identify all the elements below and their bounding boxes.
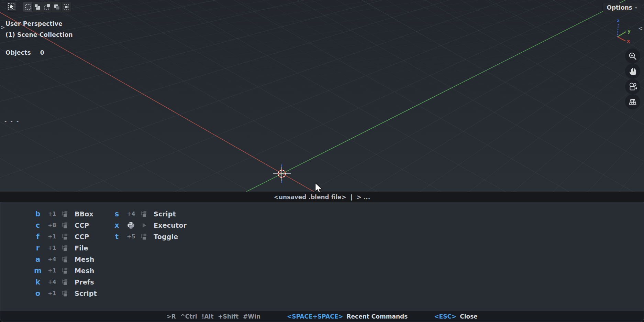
sidebar-toggle-chevron-icon[interactable]: < [638, 26, 643, 31]
command-row[interactable]: m+1Mesh [31, 265, 97, 276]
select-mode-intersect-button[interactable] [62, 2, 71, 12]
camera-icon [628, 82, 637, 92]
close-key: <ESC> [434, 313, 456, 320]
modifier-hints: >R ^Ctrl !Alt +Shift #Win [166, 313, 260, 320]
command-column: s+4ScriptxExecutort+5Toggle [110, 208, 187, 242]
command-row[interactable]: t+5Toggle [110, 231, 187, 242]
recent-commands-label: Recent Commands [347, 313, 408, 320]
pan-button[interactable] [625, 64, 640, 79]
command-count: +1 [48, 245, 62, 251]
select-invert-icon [53, 3, 60, 11]
mouse-cursor [315, 183, 322, 192]
command-count: +1 [48, 267, 62, 274]
command-row[interactable]: xExecutor [110, 219, 187, 231]
collection-icon-slot [62, 211, 70, 217]
grid-perspective-icon [628, 97, 637, 107]
command-row[interactable]: f+1CCP [31, 231, 97, 242]
command-row[interactable]: s+4Script [110, 208, 187, 219]
command-label: File [75, 244, 88, 252]
command-label: CCP [75, 222, 89, 229]
collection-icon [141, 211, 147, 217]
3d-viewport[interactable]: User Perspective (1) Scene Collection Ob… [0, 0, 644, 192]
select-mode-group [23, 2, 71, 12]
blender-window: User Perspective (1) Scene Collection Ob… [0, 0, 644, 322]
command-count: +1 [48, 233, 62, 240]
command-label: Toggle [154, 233, 178, 240]
command-key: a [31, 255, 45, 264]
command-row[interactable]: o+1Script [31, 288, 97, 299]
camera-view-button[interactable] [625, 79, 640, 94]
collection-icon [62, 222, 68, 229]
gizmo-y-label: y [628, 28, 631, 34]
collection-icon-slot [141, 233, 149, 240]
command-label: BBox [75, 210, 93, 218]
command-row[interactable]: b+1BBox [31, 208, 97, 219]
command-column: b+1BBoxc+8CCPf+1CCPr+1Filea+4Meshm+1Mesh… [31, 208, 97, 299]
hand-icon [628, 67, 637, 76]
python-icon [127, 221, 135, 229]
tweak-tool-button[interactable] [7, 1, 17, 12]
python-badge [127, 221, 141, 229]
3d-cursor-icon [273, 164, 291, 183]
command-key: x [110, 221, 124, 229]
select-intersect-icon [63, 3, 70, 11]
collection-icon [62, 279, 68, 286]
command-label: Script [75, 290, 97, 297]
viewport-grid [0, 0, 644, 192]
command-row[interactable]: r+1File [31, 242, 97, 254]
select-mode-extend-button[interactable] [33, 2, 42, 12]
toolbar-toggle-chevron-icon[interactable]: > [0, 25, 5, 30]
collection-icon [62, 233, 68, 240]
command-count: +4 [48, 256, 62, 262]
command-label: Mesh [75, 256, 94, 263]
command-count: +4 [127, 211, 141, 217]
command-count: +1 [48, 211, 62, 217]
chevron-down-icon: ▾ [635, 6, 637, 10]
select-mode-set-button[interactable] [23, 2, 33, 12]
recent-commands-key: <SPACE+SPACE> [287, 313, 343, 320]
command-palette-panel: b+1BBoxc+8CCPf+1CCPr+1Filea+4Meshm+1Mesh… [0, 202, 644, 311]
command-key: m [31, 267, 45, 275]
command-count: +5 [127, 233, 141, 240]
command-key: t [110, 233, 124, 241]
command-key: k [31, 278, 45, 286]
command-key: b [31, 210, 45, 218]
zoom-button[interactable] [625, 49, 640, 64]
options-dropdown-button[interactable]: Options ▾ [602, 3, 641, 12]
gizmo-x-label: x [627, 38, 630, 44]
objects-label: Objects [5, 49, 31, 56]
file-context-text: <unsaved .blend file> | > ... [274, 194, 370, 201]
options-label: Options [607, 4, 632, 11]
objects-count: 0 [40, 49, 44, 56]
command-row[interactable]: k+4Prefs [31, 276, 97, 288]
collection-icon [141, 233, 147, 240]
axis-y-line [246, 0, 625, 192]
collection-icon-slot [62, 233, 70, 240]
command-key: f [31, 233, 45, 241]
recent-commands-hint: <SPACE+SPACE> Recent Commands [287, 313, 408, 320]
collection-icon [62, 256, 68, 263]
select-subtract-icon [43, 3, 51, 11]
command-count: +4 [48, 279, 62, 285]
command-key: o [31, 289, 45, 298]
select-mode-subtract-button[interactable] [42, 2, 52, 12]
gizmo-z-label: z [617, 18, 620, 23]
scene-stats: Objects 0 [5, 49, 44, 56]
active-collection-label: (1) Scene Collection [5, 31, 73, 38]
collection-icon-slot [62, 256, 70, 263]
collection-icon-slot [62, 290, 70, 297]
view-perspective-label: User Perspective [5, 20, 63, 27]
command-count: +1 [48, 290, 62, 297]
navigation-gizmo[interactable]: z y x [609, 18, 636, 45]
keyboard-hints-bar: >R ^Ctrl !Alt +Shift #Win <SPACE+SPACE> … [0, 311, 644, 322]
command-row[interactable]: c+8CCP [31, 219, 97, 231]
command-row[interactable]: a+4Mesh [31, 254, 97, 265]
command-label: Script [154, 210, 176, 218]
select-mode-invert-button[interactable] [52, 2, 62, 12]
toggle-perspective-button[interactable] [625, 94, 640, 109]
collection-icon-slot [62, 267, 70, 274]
collection-icon [62, 245, 68, 251]
command-label: Executor [154, 222, 187, 229]
collection-icon-slot [62, 222, 70, 229]
tweak-cursor-icon [8, 2, 16, 11]
